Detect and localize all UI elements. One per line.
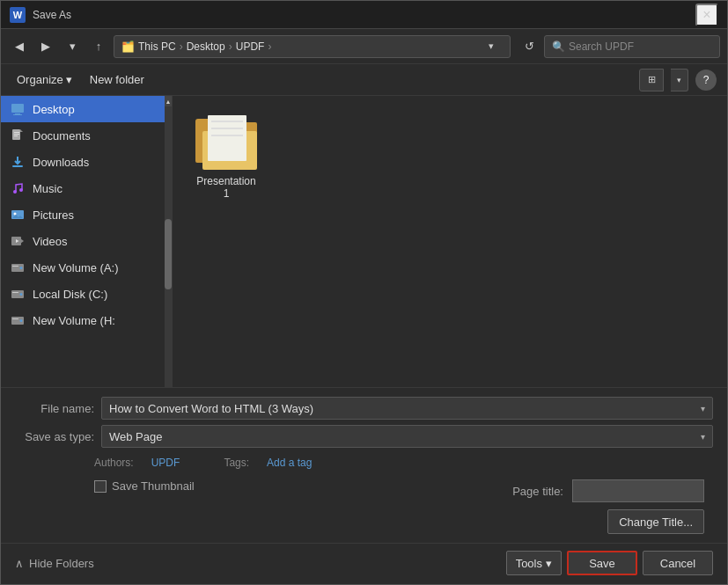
action-buttons: Tools ▾ Save Cancel <box>506 551 713 575</box>
authors-value[interactable]: UPDF <box>151 457 180 469</box>
filename-label: File name: <box>15 402 94 415</box>
drive-a-icon <box>10 260 26 275</box>
sidebar-item-label-local-disk-c: Local Disk (C:) <box>33 288 107 301</box>
svg-rect-8 <box>12 165 23 167</box>
form-area: File name: How to Convert Word to HTML (… <box>1 387 727 543</box>
organize-button[interactable]: Organize ▾ <box>11 70 77 89</box>
view-icon: ⊞ <box>648 74 656 85</box>
actionbar: Organize ▾ New folder ⊞ ▾ ? <box>1 64 727 96</box>
help-button[interactable]: ? <box>695 69 717 91</box>
svg-rect-18 <box>12 266 18 267</box>
change-title-row: Change Title... <box>15 506 713 534</box>
breadcrumb: This PC › Desktop › UPDF › <box>138 40 271 53</box>
close-button[interactable]: × <box>695 4 718 26</box>
address-home-icon: 🗂️ <box>121 40 135 53</box>
page-title-label: Page title: <box>512 485 563 498</box>
sidebar-item-pictures[interactable]: Pictures <box>1 201 172 228</box>
dialog-title: Save As <box>33 9 695 21</box>
svg-rect-7 <box>14 135 18 136</box>
cancel-button[interactable]: Cancel <box>643 551 713 575</box>
view-chevron-icon: ▾ <box>677 76 681 84</box>
save-thumbnail-checkbox[interactable] <box>94 480 107 493</box>
folder-icon <box>195 117 257 170</box>
sidebar-item-new-volume-a[interactable]: New Volume (A:) <box>1 254 172 281</box>
sidebar-item-desktop[interactable]: Desktop <box>1 96 172 122</box>
sidebar-scrollbar-thumb[interactable] <box>165 219 172 289</box>
organize-label: Organize <box>17 73 63 86</box>
savetype-label: Save as type: <box>15 430 94 443</box>
svg-rect-6 <box>14 134 19 135</box>
sidebar-item-label-pictures: Pictures <box>33 208 74 222</box>
filename-chevron-icon: ▾ <box>701 404 705 413</box>
sidebar-item-label-new-volume-h: New Volume (H: <box>33 314 115 327</box>
hide-folders-arrow: ∧ <box>15 557 24 570</box>
savetype-value: Web Page <box>109 430 162 443</box>
change-title-button[interactable]: Change Title... <box>607 509 704 534</box>
search-box[interactable]: 🔍 Search UPDF <box>544 35 720 58</box>
new-folder-button[interactable]: New folder <box>85 70 150 89</box>
pictures-icon <box>10 207 26 223</box>
sidebar-item-videos[interactable]: Videos <box>1 228 172 254</box>
tags-value[interactable]: Add a tag <box>267 457 312 469</box>
crumb-thispc: This PC <box>138 40 176 53</box>
file-label-presentation1: Presentation1 <box>194 175 259 200</box>
savetype-row: Save as type: Web Page ▾ <box>15 425 713 448</box>
sidebar-item-new-volume-h[interactable]: New Volume (H: <box>1 307 172 333</box>
svg-rect-2 <box>13 114 22 115</box>
hide-folders-button[interactable]: ∧ Hide Folders <box>15 557 94 570</box>
svg-point-23 <box>20 319 23 322</box>
sidebar-item-label-music: Music <box>33 182 63 195</box>
file-item-presentation1[interactable]: Presentation1 <box>187 110 266 207</box>
page-title-row: Page title: <box>512 479 713 502</box>
refresh-button[interactable]: ↺ <box>518 35 540 58</box>
tools-label: Tools <box>516 557 542 570</box>
file-area: Presentation1 <box>173 96 727 387</box>
help-icon: ? <box>703 74 710 86</box>
address-dropdown-button[interactable]: ▾ <box>480 35 503 58</box>
forward-button[interactable]: ▶ <box>34 35 57 58</box>
sidebar-scrollbar[interactable]: ▲ <box>165 96 172 387</box>
svg-marker-14 <box>20 238 24 244</box>
address-bar[interactable]: 🗂️ This PC › Desktop › UPDF › ▾ <box>114 35 511 58</box>
titlebar: W Save As × <box>1 1 727 29</box>
sidebar-item-music[interactable]: Music <box>1 175 172 201</box>
save-thumbnail-label[interactable]: Save Thumbnail <box>112 479 195 493</box>
up-button[interactable]: ↑ <box>87 35 110 58</box>
hide-folders-label: Hide Folders <box>29 557 94 570</box>
meta-row: Authors: UPDF Tags: Add a tag <box>94 453 713 472</box>
thumbnail-pagetitle-row: Save Thumbnail Page title: <box>15 479 713 502</box>
new-folder-label: New folder <box>90 73 144 86</box>
sidebar-scroll-up[interactable]: ▲ <box>165 96 172 106</box>
filename-dropdown[interactable]: How to Convert Word to HTML (3 Ways) ▾ <box>101 397 713 420</box>
sidebar-item-label-new-volume-a: New Volume (A:) <box>33 261 119 274</box>
sidebar-item-documents[interactable]: Documents <box>1 122 172 149</box>
drive-c-icon <box>10 286 26 302</box>
sidebar-item-label-videos: Videos <box>33 235 68 248</box>
organize-arrow: ▾ <box>66 73 72 86</box>
save-as-dialog: W Save As × ◀ ▶ ▾ ↑ 🗂️ This PC › Desktop… <box>0 0 728 585</box>
main-area: Desktop Documents <box>1 96 727 387</box>
bottom-row: ∧ Hide Folders Tools ▾ Save Cancel <box>1 543 727 584</box>
tools-button[interactable]: Tools ▾ <box>506 551 562 575</box>
sidebar-item-label-desktop: Desktop <box>33 103 75 116</box>
sidebar-item-label-documents: Documents <box>33 129 91 143</box>
save-button[interactable]: Save <box>567 551 637 575</box>
sidebar-item-local-disk-c[interactable]: Local Disk (C:) <box>1 281 172 307</box>
desktop-icon <box>10 101 26 117</box>
sidebar-item-downloads[interactable]: Downloads <box>1 149 172 175</box>
crumb-sep-2: › <box>229 40 232 53</box>
drive-h-icon <box>10 312 26 328</box>
view-dropdown-button[interactable]: ▾ <box>671 69 688 91</box>
savetype-dropdown[interactable]: Web Page ▾ <box>101 425 713 448</box>
crumb-sep-1: › <box>180 40 183 53</box>
nav-dropdown-button[interactable]: ▾ <box>61 35 84 58</box>
tools-arrow-icon: ▾ <box>546 557 552 570</box>
svg-point-10 <box>19 188 23 192</box>
page-title-input[interactable] <box>572 479 704 502</box>
svg-rect-5 <box>14 132 19 133</box>
svg-point-9 <box>13 190 17 194</box>
back-button[interactable]: ◀ <box>8 35 31 58</box>
downloads-icon <box>10 154 26 170</box>
tags-label: Tags: <box>224 457 249 469</box>
view-mode-button[interactable]: ⊞ <box>639 69 664 91</box>
